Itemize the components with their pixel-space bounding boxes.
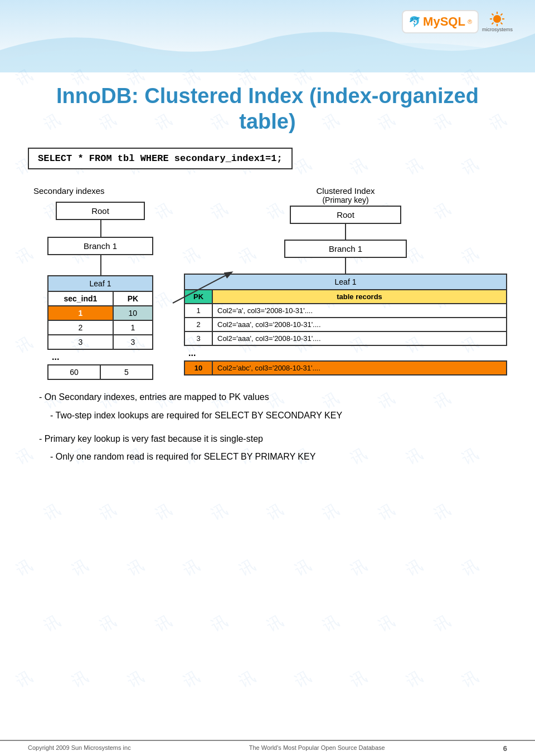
- right-leaf-container: Leaf 1 PK table records 1 Col2='a', col3…: [184, 274, 507, 375]
- pk-val-1: 1: [113, 320, 153, 335]
- right-root-node: Root: [290, 206, 401, 224]
- right-data-row-1: 1 Col2='a', col3='2008-10-31'....: [184, 304, 507, 318]
- left-data-row-1: 1 10: [48, 306, 153, 320]
- svg-line-6: [501, 23, 503, 25]
- main-content: InnoDB: Clustered Index (index-organized…: [0, 72, 535, 497]
- logo-area: 🐬 MySQL ® microsystems: [402, 10, 513, 33]
- sec-val-60: 60: [48, 365, 100, 379]
- footer-tagline: The World's Most Popular Open Source Dat…: [249, 744, 385, 753]
- footer: Copyright 2009 Sun Microsystems inc The …: [0, 740, 535, 756]
- sec-val-1: 1: [48, 306, 113, 320]
- right-branch-node: Branch 1: [284, 240, 407, 258]
- right-data-row-last: 10 Col2='abc', col3='2008-10-31'....: [184, 361, 507, 375]
- secondary-index-tree: Secondary indexes Root Branch 1: [28, 186, 173, 380]
- page-title: InnoDB: Clustered Index (index-organized…: [28, 84, 507, 134]
- mysql-logo: 🐬 MySQL ®: [402, 10, 479, 33]
- right-record-3: Col2='aaa', col3='2008-10-31'....: [212, 331, 507, 345]
- footer-page-number: 6: [503, 744, 507, 753]
- sec-ind1-header: sec_ind1: [48, 291, 113, 306]
- sun-text: microsystems: [482, 27, 513, 32]
- pk-val-3: 3: [113, 335, 153, 349]
- left-data-row-2: 2 1: [48, 320, 153, 335]
- sun-icon: [489, 11, 505, 27]
- sec-val-2: 2: [48, 320, 113, 335]
- header: 🐬 MySQL ® microsystems: [0, 0, 535, 72]
- svg-line-7: [501, 14, 503, 16]
- right-pk-2: 2: [184, 318, 212, 331]
- bullet-4: - Only one random read is required for S…: [28, 451, 507, 463]
- left-branch-label: Branch 1: [84, 241, 117, 251]
- right-leaf-header-row: PK table records: [184, 290, 507, 304]
- right-leaf-title: Leaf 1: [184, 274, 507, 289]
- bullet-section: - On Secondary indexes, entries are mapp…: [28, 391, 507, 422]
- right-data-row-2: 2 Col2='aaa', col3='2008-10-31'....: [184, 318, 507, 331]
- secondary-label: Secondary indexes: [33, 186, 105, 196]
- left-leaf-table: sec_ind1 PK 1 10 2 1 3 3: [47, 291, 153, 350]
- right-record-1: Col2='a', col3='2008-10-31'....: [212, 304, 507, 318]
- left-root-node: Root: [56, 202, 145, 220]
- right-record-10: Col2='abc', col3='2008-10-31'....: [212, 361, 507, 375]
- diagram: Secondary indexes Root Branch 1: [28, 186, 507, 380]
- clustered-sublabel: (Primary key): [316, 196, 374, 204]
- clustered-label: Clustered Index: [316, 186, 374, 196]
- sec-val-3: 3: [48, 335, 113, 349]
- svg-line-8: [492, 23, 494, 25]
- both-trees: Secondary indexes Root Branch 1: [28, 186, 507, 380]
- mysql-text: MySQL: [423, 14, 465, 29]
- right-pk-3: 3: [184, 331, 212, 345]
- sql-query-box: SELECT * FROM tbl WHERE secondary_index1…: [28, 148, 293, 169]
- pk-val-5: 5: [100, 365, 153, 379]
- sun-logo: microsystems: [482, 11, 513, 32]
- svg-line-5: [492, 14, 494, 16]
- footer-copyright: Copyright 2009 Sun Microsystems inc: [28, 744, 131, 753]
- right-pk-10: 10: [184, 361, 212, 375]
- right-data-row-3: 3 Col2='aaa', col3='2008-10-31'....: [184, 331, 507, 345]
- right-branch-label: Branch 1: [329, 244, 362, 253]
- left-ellipsis: ...: [47, 350, 153, 364]
- right-record-2: Col2='aaa', col3='2008-10-31'....: [212, 318, 507, 331]
- pk-col-header: PK: [184, 290, 212, 304]
- bullet-3: - Primary key lookup is very fast becaus…: [28, 433, 507, 445]
- clustered-index-tree: Clustered Index (Primary key) Root Branc…: [184, 186, 507, 375]
- pk-val-10: 10: [113, 306, 153, 320]
- left-leaf-header-row: sec_ind1 PK: [48, 291, 153, 306]
- dolphin-icon: 🐬: [408, 16, 421, 28]
- right-ellipsis: ...: [184, 346, 507, 360]
- pk-header: PK: [113, 291, 153, 306]
- svg-point-0: [493, 15, 501, 23]
- bullet-1: - On Secondary indexes, entries are mapp…: [28, 391, 507, 403]
- bullet-2: - Two-step index lookups are required fo…: [28, 409, 507, 422]
- right-leaf-table: PK table records 1 Col2='a', col3='2008-…: [184, 289, 507, 346]
- left-leaf-container: Leaf 1 sec_ind1 PK 1 10 2 1: [47, 275, 153, 380]
- right-bottom-table: 10 Col2='abc', col3='2008-10-31'....: [184, 360, 507, 375]
- left-data-row-last: 60 5: [48, 365, 153, 379]
- left-bottom-table: 60 5: [47, 364, 153, 380]
- bullet-section-2: - Primary key lookup is very fast becaus…: [28, 433, 507, 464]
- left-leaf-title: Leaf 1: [47, 275, 153, 291]
- right-pk-1: 1: [184, 304, 212, 318]
- left-data-row-3: 3 3: [48, 335, 153, 349]
- left-branch-node: Branch 1: [47, 237, 153, 255]
- records-col-header: table records: [212, 290, 507, 304]
